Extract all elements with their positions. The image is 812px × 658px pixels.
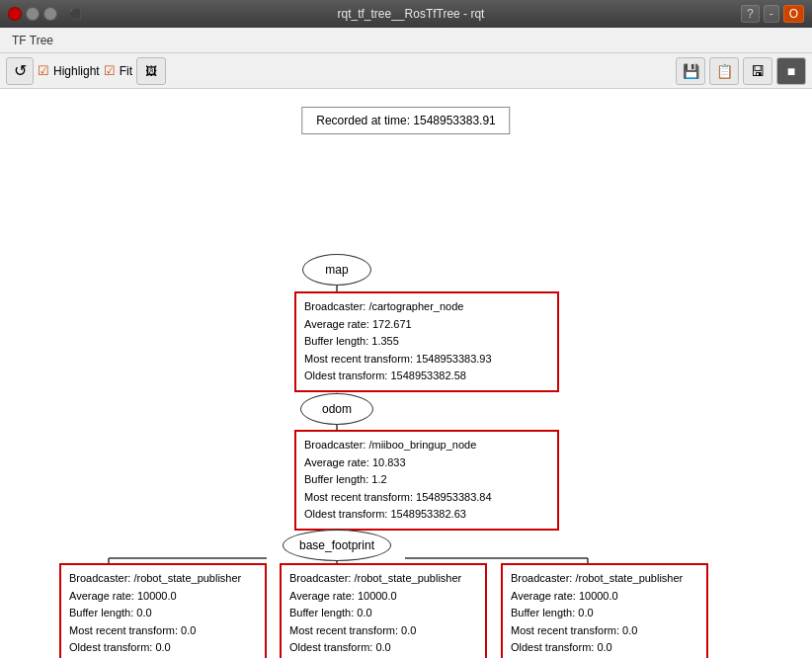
help-button[interactable]: ? [741,5,760,23]
info-oldest-transform: Oldest transform: 0.0 [511,639,698,657]
info-oldest-transform: Oldest transform: 0.0 [69,639,257,657]
save-icon: 💾 [683,63,699,79]
recorded-time-box: Recorded at time: 1548953383.91 [301,107,510,134]
info-broadcaster: Broadcaster: /miiboo_bringup_node [304,437,549,454]
refresh-icon: ↺ [14,61,27,80]
info-avg-rate: Average rate: 10000.0 [511,588,698,606]
toolbar-right-buttons: 💾 📋 🖫 ■ [676,57,806,85]
node-base-footprint-label: base_footprint [299,538,374,552]
info-recent-transform: Most recent transform: 0.0 [289,622,477,640]
recorded-time-label: Recorded at time: 1548953383.91 [316,114,495,127]
window-icon: ⬛ [69,9,81,20]
node-map: map [302,254,371,286]
window-controls[interactable] [8,7,57,21]
info-oldest-transform: Oldest transform: 0.0 [289,639,477,657]
screenshot-icon: 🖼 [145,64,157,78]
stop-icon: ■ [787,63,795,79]
highlight-label: Highlight [53,64,100,78]
fit-checkbox-label[interactable]: ☑ Fit [104,63,132,78]
titlebar-right-controls[interactable]: ? - O [741,5,804,23]
info-oldest-transform: Oldest transform: 1548953382.63 [304,506,549,524]
toolbar: ↺ ☑ Highlight ☑ Fit 🖼 💾 📋 🖫 ■ [0,53,812,89]
menubar: TF Tree [0,28,812,53]
info-box-odom-base: Broadcaster: /miiboo_bringup_node Averag… [294,430,559,531]
fit-label: Fit [120,64,132,78]
info-oldest-transform: Oldest transform: 1548953382.58 [304,368,549,385]
info-recent-transform: Most recent transform: 1548953383.93 [304,351,549,369]
node-odom: odom [300,393,373,425]
maximize-button[interactable] [43,7,57,21]
info-avg-rate: Average rate: 10.833 [304,454,549,472]
refresh-button[interactable]: ↺ [6,57,34,85]
info-buffer-length: Buffer length: 0.0 [69,605,257,622]
saveas-button[interactable]: 🖫 [743,57,772,85]
node-map-label: map [325,263,348,277]
menubar-item-tf-tree[interactable]: TF Tree [4,32,61,49]
info-recent-transform: Most recent transform: 1548953383.84 [304,489,549,507]
titlebar: ⬛ rqt_tf_tree__RosTfTree - rqt ? - O [0,0,812,28]
window-title: rqt_tf_tree__RosTfTree - rqt [87,7,735,21]
main-content: Recorded at time: 1548953383.91 map Broa… [0,89,812,658]
info-buffer-length: Buffer length: 1.2 [304,471,549,489]
info-box-base-baselink: Broadcaster: /robot_state_publisher Aver… [280,563,487,658]
info-avg-rate: Average rate: 10000.0 [69,588,257,606]
info-avg-rate: Average rate: 172.671 [304,316,549,334]
info-box-base-imu: Broadcaster: /robot_state_publisher Aver… [59,563,267,658]
info-broadcaster: Broadcaster: /robot_state_publisher [69,570,257,588]
node-base-footprint: base_footprint [283,530,391,561]
node-odom-label: odom [322,402,352,416]
saveas-icon: 🖫 [751,63,765,79]
screenshot-button[interactable]: 🖼 [136,57,166,85]
info-broadcaster: Broadcaster: /robot_state_publisher [289,570,477,588]
info-avg-rate: Average rate: 10000.0 [289,588,477,606]
minimize-button[interactable] [26,7,40,21]
info-broadcaster: Broadcaster: /cartographer_node [304,298,549,316]
close-window-button[interactable]: O [783,5,804,23]
copy-icon: 📋 [716,63,733,79]
save-button[interactable]: 💾 [676,57,705,85]
close-button[interactable] [8,7,22,21]
minimize-window-button[interactable]: - [764,5,779,23]
fit-checkbox-icon: ☑ [104,63,116,78]
info-broadcaster: Broadcaster: /robot_state_publisher [511,570,698,588]
info-recent-transform: Most recent transform: 0.0 [511,622,698,640]
copy-button[interactable]: 📋 [709,57,739,85]
info-buffer-length: Buffer length: 0.0 [289,605,477,622]
highlight-checkbox-label[interactable]: ☑ Highlight [38,63,100,78]
info-buffer-length: Buffer length: 1.355 [304,333,549,351]
info-box-base-laser: Broadcaster: /robot_state_publisher Aver… [501,563,708,658]
highlight-checkbox-icon: ☑ [38,63,49,78]
info-recent-transform: Most recent transform: 0.0 [69,622,257,640]
info-box-map-odom: Broadcaster: /cartographer_node Average … [294,291,559,392]
stop-button[interactable]: ■ [776,57,806,85]
info-buffer-length: Buffer length: 0.0 [511,605,698,622]
